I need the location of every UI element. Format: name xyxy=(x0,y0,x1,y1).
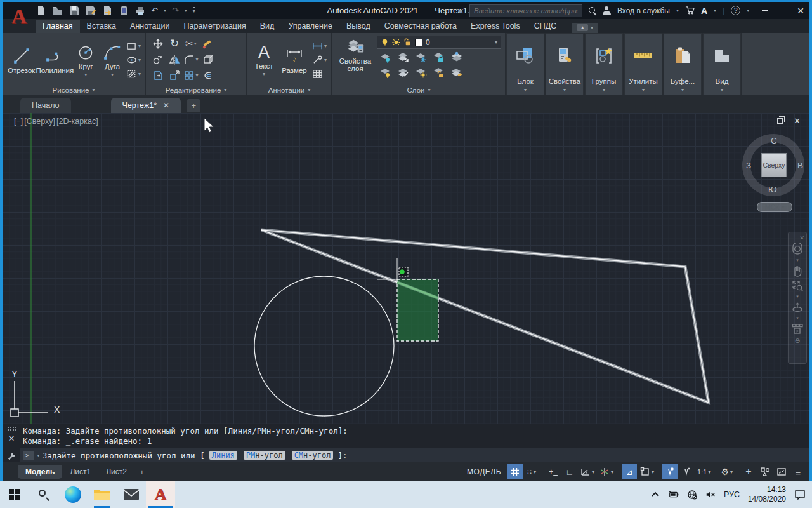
tab-vstavka[interactable]: Вставка xyxy=(80,20,123,33)
search-icon[interactable] xyxy=(589,7,596,15)
ellipse-button[interactable]: ▾ xyxy=(126,55,141,65)
signin-dropdown-icon[interactable]: ▾ xyxy=(676,8,679,13)
autodesk-app-icon[interactable]: A xyxy=(701,6,707,16)
search-expand-icon[interactable]: ▶ xyxy=(459,8,463,14)
layer-isolate-button[interactable] xyxy=(397,51,410,66)
leader-button[interactable]: ▾ xyxy=(312,55,327,65)
plot-icon[interactable] xyxy=(134,5,145,16)
layer-match-button[interactable] xyxy=(450,66,463,81)
layer-dropdown[interactable]: 0 ▾ xyxy=(377,36,501,49)
layer-freeze-button[interactable] xyxy=(415,51,428,66)
trim-button[interactable]: ✂▾ xyxy=(185,38,197,50)
command-prompt-icon[interactable]: >_ xyxy=(23,451,34,460)
new-drawing-tab-button[interactable]: + xyxy=(187,99,200,112)
taskbar-search-button[interactable] xyxy=(29,481,58,508)
layer-color-swatch[interactable] xyxy=(415,39,422,46)
tab-spds[interactable]: СПДС xyxy=(527,20,564,33)
navbar-orbit-caret[interactable]: ▾ xyxy=(796,316,799,321)
tab-parametrizaciya[interactable]: Параметризация xyxy=(177,20,253,33)
annotation-visibility-toggle[interactable] xyxy=(662,464,678,479)
tab-vid[interactable]: Вид xyxy=(253,20,282,33)
panel-utilities[interactable]: Утилиты ▾ xyxy=(624,33,662,95)
isolate-objects-button[interactable] xyxy=(757,464,773,479)
layer-lock-button[interactable] xyxy=(433,51,445,66)
object-snap-toggle[interactable]: ▾ xyxy=(638,464,656,479)
autocad-logo-icon[interactable]: A xyxy=(6,2,32,31)
clipboard-panel-caret[interactable]: ▾ xyxy=(681,85,684,95)
minimize-button[interactable] xyxy=(762,10,768,11)
navbar-zoom-caret[interactable]: ▾ xyxy=(796,294,799,299)
command-drag-handle[interactable] xyxy=(7,426,16,431)
doc-restore-button[interactable] xyxy=(777,118,783,124)
scale-button[interactable] xyxy=(169,70,180,81)
language-indicator[interactable]: РУС xyxy=(724,490,740,499)
viewcube-north-label[interactable]: С xyxy=(771,136,777,145)
navbar-wheel-caret[interactable]: ▾ xyxy=(796,258,799,263)
dimension-button[interactable]: Размер xyxy=(279,46,310,74)
edge-taskbar-button[interactable] xyxy=(58,481,88,508)
tab-vyvod[interactable]: Вывод xyxy=(339,20,377,33)
draw-panel-label[interactable]: Рисование▾ xyxy=(3,84,145,95)
annotation-autoscale-toggle[interactable] xyxy=(679,464,694,479)
customization-menu-button[interactable]: ≡ xyxy=(790,464,806,479)
text-button[interactable]: A Текст▾ xyxy=(251,43,277,77)
command-history[interactable]: Команда: Задайте противоположный угол ил… xyxy=(20,424,809,448)
polar-tracking-toggle[interactable]: ▾ xyxy=(579,464,596,479)
mobile-icon[interactable] xyxy=(118,5,129,16)
copy-button[interactable] xyxy=(152,54,164,65)
mirror-button[interactable] xyxy=(169,54,180,65)
viewport-menu-control[interactable]: [−] xyxy=(14,117,23,126)
layout-tab-model[interactable]: Модель xyxy=(18,465,62,479)
navigation-bar[interactable]: ✕ ▾ ▾ ▾ ⊖ xyxy=(788,232,807,364)
command-close-icon[interactable]: ✕ xyxy=(8,434,15,443)
explode-button[interactable] xyxy=(202,54,213,65)
tab-sovmestnaya[interactable]: Совместная работа xyxy=(377,20,464,33)
move-button[interactable] xyxy=(152,38,164,50)
snap-toggle[interactable]: ∷▾ xyxy=(524,464,539,479)
ortho-toggle[interactable]: ∟ xyxy=(562,464,577,479)
panel-groups[interactable]: Группы ▾ xyxy=(585,33,623,95)
layer-properties-button[interactable]: Свойства слоя xyxy=(336,37,374,72)
navbar-close-icon[interactable]: ✕ xyxy=(799,235,804,241)
panel-properties[interactable]: Свойства ▾ xyxy=(546,33,584,95)
view-panel-caret[interactable]: ▾ xyxy=(721,85,723,95)
model-space-button[interactable]: МОДЕЛЬ xyxy=(467,467,501,476)
dynamic-input-toggle[interactable]: +_ xyxy=(546,464,561,479)
help-icon[interactable]: ? xyxy=(731,6,740,15)
layer-unisolate-button[interactable] xyxy=(397,66,410,81)
tab-upravlenie[interactable]: Управление xyxy=(281,20,339,33)
clean-screen-button[interactable] xyxy=(774,464,789,479)
viewcube-west-label[interactable]: З xyxy=(746,161,751,170)
array-button[interactable]: ▾ xyxy=(183,70,198,81)
isodraft-toggle[interactable]: ▾ xyxy=(598,464,615,479)
layers-panel-label[interactable]: Слои▾ xyxy=(332,84,505,95)
option-line[interactable]: Линия xyxy=(209,451,237,460)
annotation-scale-button[interactable]: 1:1▾ xyxy=(695,464,712,479)
layer-off-button[interactable] xyxy=(379,51,392,66)
option-cp[interactable]: СМн-угол xyxy=(292,451,334,460)
viewcube-east-label[interactable]: В xyxy=(797,161,803,170)
save-as-icon[interactable] xyxy=(85,5,96,16)
file-tab-start[interactable]: Начало xyxy=(20,98,71,113)
utilities-panel-caret[interactable]: ▾ xyxy=(642,85,645,95)
network-icon[interactable] xyxy=(687,490,697,500)
stretch-button[interactable] xyxy=(152,70,164,81)
undo-dropdown-icon[interactable]: ▾ xyxy=(164,8,166,13)
layer-thaw-button[interactable] xyxy=(415,66,428,81)
grid-toggle[interactable] xyxy=(508,464,523,479)
viewcube-face[interactable]: Сверху xyxy=(761,153,787,177)
line-button[interactable]: Отрезок xyxy=(6,46,36,74)
save-icon[interactable] xyxy=(69,5,79,16)
ribbon-collapse-button[interactable]: ▲▾ xyxy=(572,23,598,33)
help-search-box[interactable] xyxy=(469,4,582,17)
tab-express-tools[interactable]: Express Tools xyxy=(464,20,527,33)
layer-unlock2-button[interactable] xyxy=(433,66,445,81)
autodesk-app-dropdown-icon[interactable]: ▾ xyxy=(714,8,716,13)
action-center-icon[interactable] xyxy=(794,490,806,500)
undo-icon[interactable]: ↶ xyxy=(151,6,158,15)
open-file-icon[interactable] xyxy=(52,5,63,16)
modify-panel-label[interactable]: Редактирование▾ xyxy=(146,84,246,95)
hatch-button[interactable]: ▾ xyxy=(126,69,141,79)
maximize-button[interactable] xyxy=(780,8,785,13)
panel-view[interactable]: Вид ▾ xyxy=(703,33,741,95)
